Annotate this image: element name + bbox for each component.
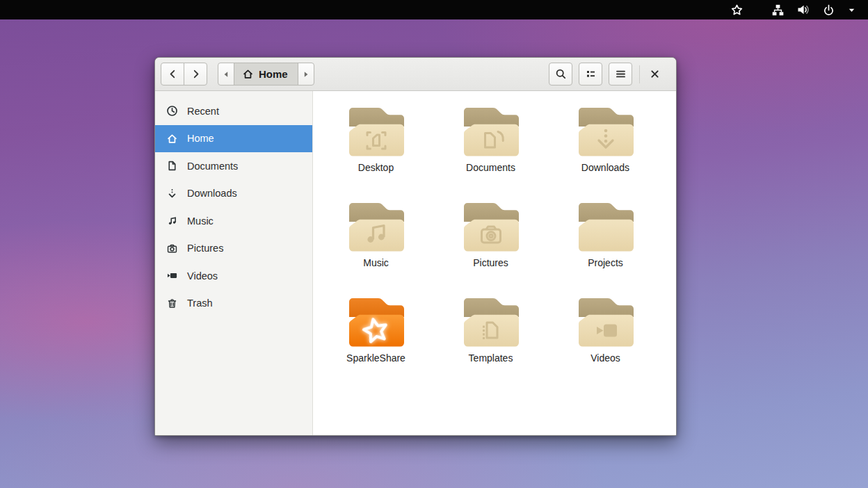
sidebar-item-label: Home xyxy=(187,133,214,144)
sidebar-item-home[interactable]: Home xyxy=(155,125,312,153)
sidebar-item-label: Trash xyxy=(187,298,213,309)
folder-label: Projects xyxy=(588,257,623,268)
header-action-buttons xyxy=(549,63,632,86)
sidebar-item-music[interactable]: Music xyxy=(155,207,312,235)
desktop-wallpaper: Home xyxy=(0,0,868,488)
sidebar-item-downloads[interactable]: Downloads xyxy=(155,180,312,208)
sidebar-item-label: Documents xyxy=(187,161,238,172)
sidebar-item-videos[interactable]: Videos xyxy=(155,262,312,290)
folder-videos[interactable]: Videos xyxy=(554,293,658,389)
list-view-icon xyxy=(585,68,597,80)
folder-sparkleshare[interactable]: SparkleShare xyxy=(324,293,428,389)
folder-label: Pictures xyxy=(473,257,508,268)
files-window: Home xyxy=(154,57,677,436)
path-next-button[interactable] xyxy=(298,63,314,86)
folder-downloads[interactable]: Downloads xyxy=(554,103,658,198)
view-toggle-button[interactable] xyxy=(579,63,602,86)
chevron-right-icon xyxy=(190,68,202,80)
close-button[interactable] xyxy=(644,64,665,85)
home-icon xyxy=(242,68,254,80)
header-separator xyxy=(639,65,640,83)
sidebar-item-documents[interactable]: Documents xyxy=(155,152,312,180)
folder-icon-downloads xyxy=(574,103,638,158)
forward-button[interactable] xyxy=(184,63,207,86)
folder-label: SparkleShare xyxy=(346,352,405,364)
chevron-left-icon xyxy=(167,68,179,80)
folder-icon-documents xyxy=(459,103,523,158)
sidebar-item-label: Videos xyxy=(187,270,218,282)
sidebar-item-trash[interactable]: Trash xyxy=(155,290,312,318)
places-sidebar: Recent Home Documents xyxy=(155,91,313,435)
download-icon xyxy=(166,188,178,200)
home-icon xyxy=(166,133,178,145)
folder-pictures[interactable]: Pictures xyxy=(439,198,543,293)
folder-icon-sparkleshare xyxy=(344,293,408,349)
folder-icon-music xyxy=(344,198,408,254)
power-icon[interactable] xyxy=(819,0,839,19)
window-body: Recent Home Documents xyxy=(155,91,676,435)
favorites-star-icon[interactable] xyxy=(727,0,747,19)
sidebar-item-pictures[interactable]: Pictures xyxy=(155,235,312,263)
file-grid: Desktop Documents xyxy=(313,91,676,435)
folder-documents[interactable]: Documents xyxy=(439,103,543,198)
path-bar: Home xyxy=(218,63,314,86)
camera-icon xyxy=(166,243,178,254)
recent-clock-icon xyxy=(166,105,178,117)
network-icon[interactable] xyxy=(768,0,788,19)
menu-button[interactable] xyxy=(609,63,632,86)
header-bar: Home xyxy=(155,58,676,91)
hamburger-menu-icon xyxy=(615,68,627,80)
music-note-icon xyxy=(166,215,178,227)
path-current-home[interactable]: Home xyxy=(234,63,298,86)
sidebar-item-label: Downloads xyxy=(187,188,237,199)
trash-icon xyxy=(166,298,178,309)
folder-label: Music xyxy=(363,257,389,268)
folder-label: Desktop xyxy=(358,162,394,173)
search-icon xyxy=(555,68,567,80)
folder-desktop[interactable]: Desktop xyxy=(324,103,428,198)
nav-buttons xyxy=(161,63,207,86)
folder-label: Documents xyxy=(466,162,515,173)
path-previous-button[interactable] xyxy=(218,63,234,86)
folder-icon-desktop xyxy=(344,103,408,158)
chevron-down-icon[interactable] xyxy=(844,0,860,19)
sidebar-item-label: Pictures xyxy=(187,243,223,254)
folder-icon-templates xyxy=(459,293,523,349)
folder-icon-videos xyxy=(574,293,638,349)
search-button[interactable] xyxy=(549,63,572,86)
folder-icon-projects xyxy=(574,198,638,254)
volume-icon[interactable] xyxy=(793,0,814,19)
folder-label: Downloads xyxy=(581,162,629,173)
gnome-top-bar xyxy=(0,0,868,19)
folder-label: Templates xyxy=(469,352,513,364)
folder-music[interactable]: Music xyxy=(324,198,428,293)
sidebar-item-label: Recent xyxy=(187,106,219,117)
close-icon xyxy=(650,69,660,79)
folder-icon-pictures xyxy=(459,198,523,254)
triangle-right-icon xyxy=(302,70,310,79)
folder-projects[interactable]: Projects xyxy=(554,198,658,293)
path-current-label: Home xyxy=(259,68,288,80)
sidebar-item-label: Music xyxy=(187,215,214,227)
folder-label: Videos xyxy=(590,352,620,364)
triangle-left-icon xyxy=(222,70,230,79)
sidebar-item-recent[interactable]: Recent xyxy=(155,97,312,125)
document-icon xyxy=(166,160,178,172)
video-camera-icon xyxy=(166,270,178,282)
folder-templates[interactable]: Templates xyxy=(439,293,543,389)
back-button[interactable] xyxy=(161,63,184,86)
